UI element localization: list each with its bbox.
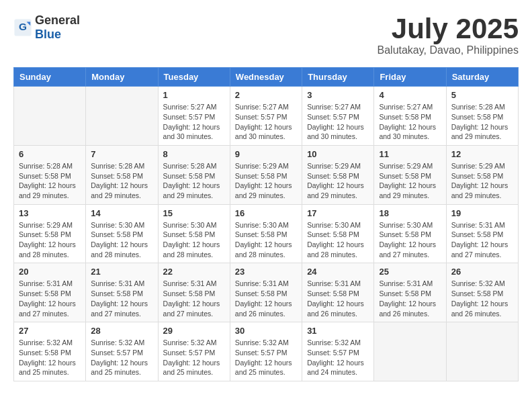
day-info: Sunrise: 5:30 AM Sunset: 5:58 PM Dayligh… <box>307 220 369 260</box>
calendar-cell: 13Sunrise: 5:29 AM Sunset: 5:58 PM Dayli… <box>14 204 86 263</box>
day-info: Sunrise: 5:27 AM Sunset: 5:58 PM Dayligh… <box>379 102 441 142</box>
calendar-cell: 7Sunrise: 5:28 AM Sunset: 5:58 PM Daylig… <box>86 145 158 204</box>
title-section: July 2025 Balutakay, Davao, Philippines <box>378 13 519 56</box>
calendar-cell: 1Sunrise: 5:27 AM Sunset: 5:57 PM Daylig… <box>158 87 230 146</box>
week-row-2: 6Sunrise: 5:28 AM Sunset: 5:58 PM Daylig… <box>14 145 519 204</box>
day-number: 18 <box>379 208 441 218</box>
column-header-tuesday: Tuesday <box>158 68 230 87</box>
week-row-4: 20Sunrise: 5:31 AM Sunset: 5:58 PM Dayli… <box>14 263 519 322</box>
day-number: 21 <box>91 267 152 277</box>
day-info: Sunrise: 5:32 AM Sunset: 5:57 PM Dayligh… <box>235 338 297 377</box>
day-info: Sunrise: 5:28 AM Sunset: 5:58 PM Dayligh… <box>451 102 513 142</box>
week-row-5: 27Sunrise: 5:32 AM Sunset: 5:58 PM Dayli… <box>14 322 519 381</box>
calendar-cell <box>374 322 446 381</box>
svg-text:G: G <box>19 21 27 32</box>
calendar-cell: 12Sunrise: 5:29 AM Sunset: 5:58 PM Dayli… <box>446 145 518 204</box>
calendar-cell <box>86 87 158 146</box>
calendar-cell: 11Sunrise: 5:29 AM Sunset: 5:58 PM Dayli… <box>374 145 446 204</box>
calendar-table: SundayMondayTuesdayWednesdayThursdayFrid… <box>13 67 519 381</box>
day-number: 27 <box>19 326 81 336</box>
calendar-cell: 8Sunrise: 5:28 AM Sunset: 5:58 PM Daylig… <box>158 145 230 204</box>
calendar-cell: 9Sunrise: 5:29 AM Sunset: 5:58 PM Daylig… <box>230 145 302 204</box>
logo-icon: G <box>13 18 32 37</box>
logo-text: General Blue <box>35 13 80 42</box>
logo-blue: Blue <box>35 28 61 41</box>
month-title: July 2025 <box>378 13 519 44</box>
calendar-cell: 28Sunrise: 5:32 AM Sunset: 5:57 PM Dayli… <box>86 322 158 381</box>
location-title: Balutakay, Davao, Philippines <box>378 44 519 56</box>
calendar-cell: 16Sunrise: 5:30 AM Sunset: 5:58 PM Dayli… <box>230 204 302 263</box>
day-info: Sunrise: 5:32 AM Sunset: 5:57 PM Dayligh… <box>91 338 152 377</box>
calendar-cell: 21Sunrise: 5:31 AM Sunset: 5:58 PM Dayli… <box>86 263 158 322</box>
logo: G General Blue <box>13 13 80 42</box>
calendar-cell: 25Sunrise: 5:31 AM Sunset: 5:58 PM Dayli… <box>374 263 446 322</box>
day-info: Sunrise: 5:32 AM Sunset: 5:57 PM Dayligh… <box>307 338 369 377</box>
column-header-friday: Friday <box>374 68 446 87</box>
day-number: 2 <box>235 90 297 100</box>
day-number: 17 <box>307 208 369 218</box>
day-number: 23 <box>235 267 297 277</box>
week-row-1: 1Sunrise: 5:27 AM Sunset: 5:57 PM Daylig… <box>14 87 519 146</box>
day-number: 9 <box>235 149 297 159</box>
day-number: 24 <box>307 267 369 277</box>
calendar-cell: 6Sunrise: 5:28 AM Sunset: 5:58 PM Daylig… <box>14 145 86 204</box>
column-header-monday: Monday <box>86 68 158 87</box>
calendar-cell: 2Sunrise: 5:27 AM Sunset: 5:57 PM Daylig… <box>230 87 302 146</box>
day-number: 25 <box>379 267 441 277</box>
day-info: Sunrise: 5:28 AM Sunset: 5:58 PM Dayligh… <box>91 161 152 201</box>
day-info: Sunrise: 5:29 AM Sunset: 5:58 PM Dayligh… <box>307 161 369 201</box>
calendar-cell: 23Sunrise: 5:31 AM Sunset: 5:58 PM Dayli… <box>230 263 302 322</box>
day-info: Sunrise: 5:28 AM Sunset: 5:58 PM Dayligh… <box>19 161 81 201</box>
calendar-cell: 26Sunrise: 5:32 AM Sunset: 5:58 PM Dayli… <box>446 263 518 322</box>
calendar-cell: 22Sunrise: 5:31 AM Sunset: 5:58 PM Dayli… <box>158 263 230 322</box>
calendar-body: 1Sunrise: 5:27 AM Sunset: 5:57 PM Daylig… <box>14 87 519 381</box>
day-number: 5 <box>451 90 513 100</box>
day-info: Sunrise: 5:31 AM Sunset: 5:58 PM Dayligh… <box>451 220 513 260</box>
day-number: 8 <box>163 149 225 159</box>
calendar-cell: 30Sunrise: 5:32 AM Sunset: 5:57 PM Dayli… <box>230 322 302 381</box>
day-number: 4 <box>379 90 441 100</box>
calendar-cell: 3Sunrise: 5:27 AM Sunset: 5:57 PM Daylig… <box>302 87 374 146</box>
calendar-cell <box>446 322 518 381</box>
day-number: 22 <box>163 267 225 277</box>
day-info: Sunrise: 5:27 AM Sunset: 5:57 PM Dayligh… <box>235 102 297 142</box>
day-number: 30 <box>235 326 297 336</box>
calendar-cell: 20Sunrise: 5:31 AM Sunset: 5:58 PM Dayli… <box>14 263 86 322</box>
day-info: Sunrise: 5:29 AM Sunset: 5:58 PM Dayligh… <box>235 161 297 201</box>
week-row-3: 13Sunrise: 5:29 AM Sunset: 5:58 PM Dayli… <box>14 204 519 263</box>
day-info: Sunrise: 5:29 AM Sunset: 5:58 PM Dayligh… <box>19 220 81 260</box>
calendar-header: SundayMondayTuesdayWednesdayThursdayFrid… <box>14 68 519 87</box>
calendar-cell <box>14 87 86 146</box>
day-info: Sunrise: 5:30 AM Sunset: 5:58 PM Dayligh… <box>235 220 297 260</box>
day-info: Sunrise: 5:31 AM Sunset: 5:58 PM Dayligh… <box>235 279 297 318</box>
logo-general: General <box>35 13 80 27</box>
day-info: Sunrise: 5:28 AM Sunset: 5:58 PM Dayligh… <box>163 161 225 201</box>
calendar-cell: 24Sunrise: 5:31 AM Sunset: 5:58 PM Dayli… <box>302 263 374 322</box>
day-info: Sunrise: 5:31 AM Sunset: 5:58 PM Dayligh… <box>163 279 225 318</box>
column-header-saturday: Saturday <box>446 68 518 87</box>
day-info: Sunrise: 5:31 AM Sunset: 5:58 PM Dayligh… <box>307 279 369 318</box>
header-row: SundayMondayTuesdayWednesdayThursdayFrid… <box>14 68 519 87</box>
day-info: Sunrise: 5:30 AM Sunset: 5:58 PM Dayligh… <box>379 220 441 260</box>
calendar-cell: 10Sunrise: 5:29 AM Sunset: 5:58 PM Dayli… <box>302 145 374 204</box>
day-number: 11 <box>379 149 441 159</box>
day-number: 29 <box>163 326 225 336</box>
day-info: Sunrise: 5:29 AM Sunset: 5:58 PM Dayligh… <box>451 161 513 201</box>
day-info: Sunrise: 5:31 AM Sunset: 5:58 PM Dayligh… <box>91 279 152 318</box>
calendar-cell: 19Sunrise: 5:31 AM Sunset: 5:58 PM Dayli… <box>446 204 518 263</box>
day-info: Sunrise: 5:30 AM Sunset: 5:58 PM Dayligh… <box>163 220 225 260</box>
calendar-cell: 18Sunrise: 5:30 AM Sunset: 5:58 PM Dayli… <box>374 204 446 263</box>
calendar-cell: 17Sunrise: 5:30 AM Sunset: 5:58 PM Dayli… <box>302 204 374 263</box>
calendar-cell: 31Sunrise: 5:32 AM Sunset: 5:57 PM Dayli… <box>302 322 374 381</box>
day-number: 15 <box>163 208 225 218</box>
day-number: 7 <box>91 149 152 159</box>
day-info: Sunrise: 5:31 AM Sunset: 5:58 PM Dayligh… <box>19 279 81 318</box>
day-info: Sunrise: 5:31 AM Sunset: 5:58 PM Dayligh… <box>379 279 441 318</box>
calendar-cell: 27Sunrise: 5:32 AM Sunset: 5:58 PM Dayli… <box>14 322 86 381</box>
day-number: 10 <box>307 149 369 159</box>
day-number: 20 <box>19 267 81 277</box>
column-header-sunday: Sunday <box>14 68 86 87</box>
day-info: Sunrise: 5:32 AM Sunset: 5:58 PM Dayligh… <box>451 279 513 318</box>
day-number: 12 <box>451 149 513 159</box>
day-number: 31 <box>307 326 369 336</box>
